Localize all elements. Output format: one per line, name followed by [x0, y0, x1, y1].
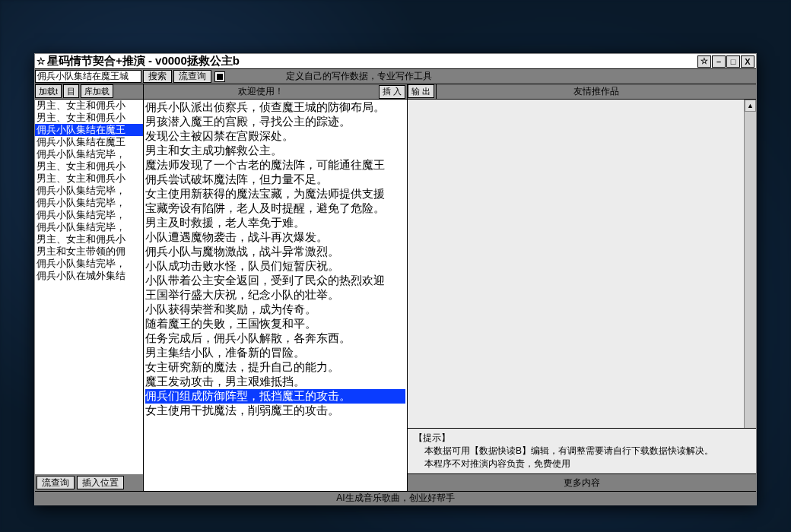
- toolbar-checkbox[interactable]: [214, 71, 225, 82]
- scroll-up-icon[interactable]: ▲: [745, 100, 756, 112]
- story-line[interactable]: 随着魔王的失败，王国恢复和平。: [145, 317, 405, 331]
- story-line[interactable]: 女主使用新获得的魔法宝藏，为魔法师提供支援: [145, 187, 405, 201]
- story-line[interactable]: 小队遭遇魔物袭击，战斗再次爆发。: [145, 230, 405, 245]
- list-item[interactable]: 男主、女主和佣兵小: [35, 233, 143, 245]
- flow-query-button[interactable]: 流查询: [173, 70, 211, 83]
- load-button[interactable]: 加载t: [35, 84, 62, 98]
- tips-line-2: 本程序不对推演内容负责，免费使用: [414, 458, 750, 470]
- lib-load-button[interactable]: 库加载: [81, 84, 113, 98]
- tips-title: 【提示】: [414, 432, 750, 445]
- search-button[interactable]: 搜索: [143, 70, 172, 83]
- list-item[interactable]: 佣兵小队集结完毕，: [35, 197, 143, 209]
- list-item[interactable]: 男主、女主和佣兵小: [35, 160, 143, 173]
- story-line[interactable]: 任务完成后，佣兵小队解散，各奔东西。: [145, 331, 405, 346]
- recommend-label[interactable]: 友情推作品: [437, 84, 756, 99]
- tips-line-1: 本数据可用【数据快读B】编辑，有调整需要请自行下载数据快读解决。: [414, 445, 750, 458]
- story-line[interactable]: 男主及时救援，老人幸免于难。: [145, 216, 405, 230]
- list-item[interactable]: 佣兵小队集结完毕，: [35, 221, 143, 233]
- story-line[interactable]: 佣兵尝试破坏魔法阵，但力量不足。: [145, 173, 405, 187]
- close-button[interactable]: X: [741, 55, 754, 68]
- story-line[interactable]: 佣兵小队与魔物激战，战斗异常激烈。: [145, 245, 405, 259]
- story-line[interactable]: 男主和女主成功解救公主。: [145, 144, 405, 158]
- story-line[interactable]: 佣兵们组成防御阵型，抵挡魔王的攻击。: [145, 389, 405, 404]
- list-item[interactable]: 佣兵小队集结完毕，: [35, 148, 143, 160]
- toolbar-hint: 定义自己的写作数据，专业写作工具: [286, 70, 432, 83]
- story-line[interactable]: 小队带着公主安全返回，受到了民众的热烈欢迎: [145, 274, 405, 288]
- list-item[interactable]: 佣兵小队集结完毕，: [35, 185, 143, 197]
- list-item[interactable]: 男主、女主和佣兵小: [35, 173, 143, 185]
- minimize-button[interactable]: –: [712, 55, 726, 68]
- left-list[interactable]: 男主、女主和佣兵小男主、女主和佣兵小佣兵小队集结在魔王佣兵小队集结在魔王佣兵小队…: [35, 100, 143, 474]
- story-line[interactable]: 小队获得荣誉和奖励，成为传奇。: [145, 302, 405, 317]
- story-line[interactable]: 男孩潜入魔王的宫殿，寻找公主的踪迹。: [145, 115, 405, 129]
- story-line[interactable]: 女主研究新的魔法，提升自己的能力。: [145, 360, 405, 375]
- story-line[interactable]: 魔法师发现了一个古老的魔法阵，可能通往魔王: [145, 158, 405, 173]
- tips-box: 【提示】 本数据可用【数据快读B】编辑，有调整需要请自行下载数据快读解决。 本程…: [408, 429, 756, 474]
- story-line[interactable]: 魔王发动攻击，男主艰难抵挡。: [145, 375, 405, 389]
- star-icon: ☆: [37, 55, 46, 67]
- list-item[interactable]: 佣兵小队集结完毕，: [35, 209, 143, 221]
- catalog-button[interactable]: 目: [63, 84, 79, 98]
- right-panel: ▲ 【提示】 本数据可用【数据快读B】编辑，有调整需要请自行下载数据快读解决。 …: [408, 100, 756, 491]
- left-panel: 男主、女主和佣兵小男主、女主和佣兵小佣兵小队集结在魔王佣兵小队集结在魔王佣兵小队…: [35, 100, 144, 491]
- list-item[interactable]: 男主、女主和佣兵小: [35, 100, 143, 112]
- list-item[interactable]: 佣兵小队集结在魔王: [35, 124, 143, 136]
- story-text[interactable]: 佣兵小队派出侦察兵，侦查魔王城的防御布局。男孩潜入魔王的宫殿，寻找公主的踪迹。发…: [144, 100, 407, 419]
- story-line[interactable]: 小队成功击败水怪，队员们短暂庆祝。: [145, 259, 405, 274]
- output-button[interactable]: 输 出: [408, 84, 434, 98]
- toolbar-secondary: 加载t 目 库加载 欢迎使用！ 插 入 输 出 友情推作品: [35, 84, 756, 100]
- story-line[interactable]: 佣兵小队派出侦察兵，侦查魔王城的防御布局。: [145, 100, 405, 115]
- story-line[interactable]: 王国举行盛大庆祝，纪念小队的壮举。: [145, 288, 405, 302]
- story-line[interactable]: 男主集结小队，准备新的冒险。: [145, 346, 405, 360]
- story-line[interactable]: 宝藏旁设有陷阱，老人及时提醒，避免了危险。: [145, 201, 405, 216]
- insert-position-button[interactable]: 插入位置: [77, 476, 124, 489]
- list-item[interactable]: 佣兵小队集结在魔王: [35, 136, 143, 148]
- window-title: 星码情节契合+推演 - v0000拯救公主b: [47, 54, 697, 68]
- list-item[interactable]: 佣兵小队在城外集结: [35, 270, 143, 282]
- left-flow-query-button[interactable]: 流查询: [37, 476, 75, 489]
- welcome-label: 欢迎使用！: [144, 85, 379, 98]
- maximize-button[interactable]: □: [726, 55, 740, 68]
- main-area: 男主、女主和佣兵小男主、女主和佣兵小佣兵小队集结在魔王佣兵小队集结在魔王佣兵小队…: [35, 100, 756, 491]
- list-item[interactable]: 男主和女主带领的佣: [35, 245, 143, 258]
- address-input[interactable]: [35, 70, 141, 83]
- left-bottom-bar: 流查询 插入位置: [35, 474, 143, 491]
- app-window: ☆ 星码情节契合+推演 - v0000拯救公主b ☆ – □ X 搜索 流查询 …: [34, 53, 757, 505]
- right-preview: ▲: [408, 100, 756, 429]
- insert-button[interactable]: 插 入: [379, 85, 405, 99]
- titlebar: ☆ 星码情节契合+推演 - v0000拯救公主b ☆ – □ X: [35, 54, 756, 69]
- scrollbar[interactable]: ▲: [744, 100, 756, 428]
- footer-label[interactable]: AI生成音乐歌曲，创业好帮手: [35, 491, 756, 505]
- story-line[interactable]: 发现公主被囚禁在宫殿深处。: [145, 129, 405, 144]
- mid-panel: 佣兵小队派出侦察兵，侦查魔王城的防御布局。男孩潜入魔王的宫殿，寻找公主的踪迹。发…: [144, 100, 408, 491]
- titlebar-star-button[interactable]: ☆: [697, 55, 711, 68]
- toolbar-primary: 搜索 流查询 定义自己的写作数据，专业写作工具: [35, 69, 756, 84]
- list-item[interactable]: 佣兵小队集结完毕，: [35, 258, 143, 270]
- more-button[interactable]: 更多内容: [408, 474, 756, 491]
- list-item[interactable]: 男主、女主和佣兵小: [35, 112, 143, 124]
- story-line[interactable]: 女主使用干扰魔法，削弱魔王的攻击。: [145, 404, 405, 418]
